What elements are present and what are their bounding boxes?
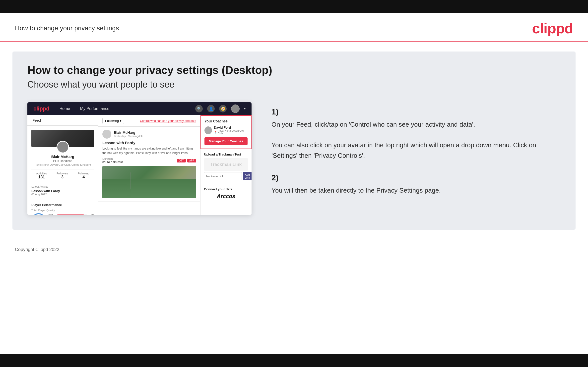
step1-number: 1) [271, 107, 561, 116]
stat-followers-value: 3 [57, 175, 68, 179]
connect-section: Connect your data Arccos [200, 184, 252, 203]
coach-avatar [204, 126, 212, 134]
feed-avatar [102, 130, 111, 139]
clippd-logo: clippd [532, 20, 573, 37]
content-row: clippd Home My Performance 🔍 👤 🧭 ▾ Feed [27, 102, 561, 215]
compass-icon[interactable]: 🧭 [219, 105, 227, 112]
pp-score: 92 [31, 213, 46, 215]
bottom-bar [0, 354, 588, 367]
center-header: Following ▾ Control who can see your act… [98, 115, 200, 127]
app-right-sidebar: Your Coaches David Ford 📍 Royal North De… [200, 115, 252, 215]
step2-number: 2) [271, 173, 561, 182]
coach-club-icon: 📍 [214, 131, 217, 134]
feed-user-name: Blair McHarg [114, 131, 143, 135]
duration-value: 01 hr : 30 min [102, 160, 123, 164]
user-name: Blair McHarg [31, 155, 94, 159]
stat-followers-label: Followers [57, 172, 68, 175]
copyright: Copyright Clippd 2022 [15, 247, 59, 252]
player-performance: Player Performance Total Player Quality … [27, 200, 98, 215]
duration-info: Duration 01 hr : 30 min [102, 157, 123, 164]
trackman-title: Upload a Trackman Test [204, 153, 248, 156]
pp-row: 92 OTT 90 APP 85 ARG 86 PUTT 9 [31, 213, 94, 215]
instruction-step1: 1) On your Feed, click/tap on 'Control w… [271, 107, 561, 161]
tag-ott: OTT [177, 159, 186, 162]
feed-lesson-desc: Looking to feel like my hands are exitin… [102, 146, 196, 155]
app-mockup: clippd Home My Performance 🔍 👤 🧭 ▾ Feed [27, 102, 252, 215]
search-icon[interactable]: 🔍 [195, 105, 203, 112]
app-logo: clippd [33, 105, 50, 112]
pp-bars: OTT 90 APP 85 ARG 86 PUTT 96 [48, 214, 94, 215]
trackman-section: Upload a Trackman Test Trackman Link Add… [200, 149, 252, 184]
stat-following-value: 4 [78, 175, 89, 179]
nav-home[interactable]: Home [60, 106, 70, 111]
step2-text: You will then be taken directly to the P… [271, 185, 561, 196]
header-title: How to change your privacy settings [15, 24, 119, 32]
following-label: Following [105, 119, 119, 123]
stat-followers: Followers 3 [57, 172, 68, 179]
nav-icons: 🔍 👤 🧭 ▾ [195, 105, 246, 113]
following-chevron: ▾ [120, 119, 122, 123]
control-link[interactable]: Control who can see your activity and da… [140, 119, 196, 123]
avatar-icon[interactable] [231, 105, 240, 113]
nav-performance[interactable]: My Performance [80, 106, 109, 111]
avatar-chevron: ▾ [244, 107, 246, 110]
coach-item: David Ford 📍 Royal North Devon Golf Club [204, 126, 248, 135]
feed-image [102, 166, 196, 198]
manage-coaches-button[interactable]: Manage Your Coaches [204, 137, 248, 145]
duration-label: Duration [102, 157, 123, 160]
feed-item-header: Blair McHarg Yesterday · Sunningdale [102, 130, 196, 139]
feed-lesson-title: Lesson with Fordy [102, 141, 196, 145]
pp-bar-label: OTT [48, 214, 55, 215]
pp-bar-fill [57, 214, 84, 215]
latest-activity-date: 03 Aug 2022 [31, 193, 94, 196]
user-handicap: Plus Handicap [31, 159, 94, 163]
coach-info: David Ford 📍 Royal North Devon Golf Club [214, 126, 248, 135]
step1-text: On your Feed, click/tap on 'Control who … [271, 119, 561, 161]
instruction-step2: 2) You will then be taken directly to th… [271, 173, 561, 196]
feed-tab[interactable]: Feed [27, 115, 98, 126]
latest-activity-name: Lesson with Fordy [31, 189, 94, 193]
right-sidebar-inner: Your Coaches David Ford 📍 Royal North De… [200, 115, 252, 203]
pp-bar-track [57, 214, 87, 215]
coach-club: 📍 Royal North Devon Golf Club [214, 129, 248, 135]
pp-bar-row: OTT 90 [48, 214, 94, 215]
stat-activities-value: 131 [36, 175, 47, 179]
user-avatar [57, 141, 69, 153]
user-stats: Activities 131 Followers 3 Following 4 [31, 169, 94, 182]
footer: Copyright Clippd 2022 [0, 240, 588, 260]
pp-quality-label: Total Player Quality [31, 209, 94, 212]
trackman-placeholder: Trackman Link [204, 158, 248, 171]
trackman-add-button[interactable]: Add Link [243, 172, 252, 180]
trackman-input[interactable] [204, 172, 242, 180]
coaches-title: Your Coaches [204, 119, 248, 123]
feed-duration: Duration 01 hr : 30 min OTT APP [102, 157, 196, 164]
tag-app: APP [187, 159, 196, 162]
app-navbar: clippd Home My Performance 🔍 👤 🧭 ▾ [27, 102, 252, 115]
feed-tags: OTT APP [177, 159, 196, 162]
site-header: How to change your privacy settings clip… [0, 13, 588, 42]
user-banner [31, 130, 94, 147]
coach-club-name: Royal North Devon Golf Club [218, 129, 248, 135]
arccos-logo: Arccos [204, 193, 248, 200]
following-button[interactable]: Following ▾ [102, 118, 124, 124]
instructions-panel: 1) On your Feed, click/tap on 'Control w… [266, 102, 561, 208]
main-content: How to change your privacy settings (Des… [12, 52, 576, 230]
pp-title: Player Performance [31, 203, 94, 207]
app-body: Feed Blair McHarg Plus Handicap Royal No… [27, 115, 252, 215]
page-subheading: Choose what you want people to see [27, 79, 561, 90]
stat-following-label: Following [78, 172, 89, 175]
coaches-section: Your Coaches David Ford 📍 Royal North De… [200, 115, 252, 149]
person-icon[interactable]: 👤 [207, 105, 215, 112]
stat-following: Following 4 [78, 172, 89, 179]
app-center: Following ▾ Control who can see your act… [98, 115, 200, 215]
top-bar [0, 0, 588, 13]
stat-activities: Activities 131 [36, 172, 47, 179]
pp-bar-val: 90 [89, 214, 94, 215]
app-sidebar: Feed Blair McHarg Plus Handicap Royal No… [27, 115, 98, 215]
trackman-input-row: Add Link [204, 172, 248, 180]
coach-name: David Ford [214, 126, 248, 129]
connect-title: Connect your data [204, 187, 248, 191]
stat-activities-label: Activities [36, 172, 47, 175]
feed-user-info: Blair McHarg Yesterday · Sunningdale [114, 131, 143, 138]
user-club: Royal North Devon Golf Club, United King… [31, 163, 94, 166]
